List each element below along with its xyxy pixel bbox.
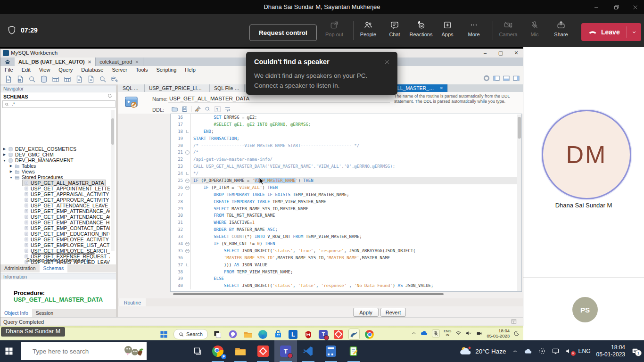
shared-taskbar-icon-l-app[interactable]: L: [288, 329, 298, 339]
menu-view[interactable]: View: [35, 67, 55, 73]
tab-routine[interactable]: Routine: [119, 298, 146, 306]
home-icon[interactable]: [4, 58, 11, 65]
search-data-icon[interactable]: [99, 75, 107, 83]
tree-vscrollbar[interactable]: [111, 110, 115, 251]
invisible-chars-icon[interactable]: ¶: [214, 106, 221, 113]
taskbar-search-box[interactable]: [21, 342, 147, 360]
onedrive-icon[interactable]: [524, 348, 533, 354]
notification-center-icon[interactable]: 1: [631, 347, 639, 355]
tree-item-usp_get_emp_attendance_activity[interactable]: USP_GET_EMP_ATTENDANCE_ACTIVITY: [0, 208, 110, 214]
preferences-icon[interactable]: [483, 74, 490, 82]
taskbar-icon-calculator[interactable]: [320, 340, 342, 362]
shared-taskbar-icon-edge[interactable]: [258, 329, 268, 339]
window-close-button[interactable]: [627, 0, 643, 14]
weather-widget[interactable]: 20°C Haze: [459, 346, 506, 356]
toast-close-icon[interactable]: [382, 57, 392, 66]
menu-scripting[interactable]: Scripting: [152, 67, 181, 73]
tree-item-usp_get_employee_list_activity[interactable]: USP_GET_EMPLOYEE_LIST_ACTIVITY: [0, 242, 110, 248]
teams-action-share[interactable]: Share: [549, 19, 573, 37]
task-view-button[interactable]: [186, 340, 209, 362]
menu-database[interactable]: Database: [77, 67, 107, 73]
menu-help[interactable]: Help: [181, 67, 200, 73]
host-taskbar-clock[interactable]: 18:0405-01-2023: [596, 344, 625, 358]
beautify-icon[interactable]: [194, 106, 201, 113]
find-icon[interactable]: [204, 106, 211, 113]
shared-taskbar-icon-chat-app[interactable]: [228, 329, 238, 339]
save-icon[interactable]: [181, 106, 188, 113]
shared-taskbar-clock[interactable]: 18:0405-01-2023: [487, 328, 510, 338]
tree-item-tables[interactable]: ▶Tables: [0, 163, 110, 169]
tree-item-usp_get_attendance_leave_settings_a[interactable]: USP_GET_ATTENDANCE_LEAVE_SETTINGS_A: [0, 203, 110, 208]
tab-object-info[interactable]: Object Info: [0, 309, 32, 317]
new-query-icon[interactable]: [4, 75, 13, 83]
tab-administration[interactable]: Administration: [0, 264, 40, 272]
network-display-icon[interactable]: [552, 347, 560, 355]
teams-action-apps[interactable]: Apps: [435, 19, 460, 37]
create-table-icon[interactable]: [51, 75, 60, 83]
tree-item-dev_hr_management[interactable]: ▼DEV_HR_MANAGEMENT: [0, 157, 110, 163]
tray-chevron-up-icon[interactable]: [512, 348, 518, 354]
apply-button[interactable]: Apply: [353, 308, 379, 317]
connection-tab[interactable]: colekaut_prod✕: [96, 58, 143, 66]
inspector-icon[interactable]: [28, 75, 36, 83]
shared-start-button[interactable]: [158, 329, 169, 339]
tree-item-views[interactable]: ▶Views: [0, 169, 110, 174]
taskbar-icon-notepad-plus[interactable]: [342, 340, 365, 362]
open-script-icon[interactable]: [16, 75, 25, 83]
create-function-icon[interactable]: [87, 75, 95, 83]
taskbar-icon-file-explorer[interactable]: [229, 340, 252, 362]
tree-item-usp_get_emp_attendance_activity_app[interactable]: USP_GET_EMP_ATTENDANCE_ACTIVITY_APP: [0, 214, 110, 220]
tray-camera-icon[interactable]: [476, 330, 483, 337]
word-wrap-icon[interactable]: [224, 106, 231, 113]
taskbar-icon-anydesk[interactable]: [252, 340, 274, 362]
sql-code-editor[interactable]: 16 SET ERRMSG = @E2;17 #SELECT @E1, @E2 …: [170, 114, 522, 292]
toggle-bottom-panel-icon[interactable]: [503, 74, 510, 82]
tree-hscrollbar[interactable]: [32, 253, 95, 255]
teams-action-people[interactable]: People: [356, 19, 380, 37]
shared-search-pill[interactable]: Search: [173, 329, 208, 339]
tray-mic-muted-icon[interactable]: [432, 329, 440, 337]
taskbar-icon-vscode[interactable]: [297, 340, 320, 362]
tab-schemas[interactable]: Schemas: [40, 264, 68, 272]
create-view-icon[interactable]: [63, 75, 72, 83]
editor-tab[interactable]: SQL File 10*: [210, 84, 245, 92]
editor-tab[interactable]: SQL File 9: [118, 84, 145, 92]
toggle-right-panel-icon[interactable]: [512, 74, 520, 82]
open-file-icon[interactable]: [171, 106, 178, 113]
menu-file[interactable]: File: [0, 67, 17, 73]
shared-taskbar-icon-mcafee[interactable]: [303, 329, 314, 339]
taskbar-icon-chrome[interactable]: P: [206, 340, 229, 362]
teams-action-more[interactable]: More: [462, 19, 486, 37]
wifi-icon[interactable]: [455, 330, 462, 337]
leave-options-chevron[interactable]: [627, 23, 641, 41]
speaker-muted-icon[interactable]: [465, 330, 472, 337]
menu-query[interactable]: Query: [54, 67, 77, 73]
participant-avatar-main[interactable]: DM: [542, 110, 631, 199]
participant-avatar-secondary[interactable]: PS: [572, 297, 598, 322]
shared-taskbar-icon-task-view[interactable]: [213, 329, 223, 339]
shared-taskbar-icon-file-explorer[interactable]: [243, 329, 253, 339]
tree-item-usp_get_employee_activity[interactable]: USP_GET_EMPLOYEE_ACTIVITY: [0, 237, 110, 242]
tree-item-dev_gmc_crm[interactable]: ▶DEV_GMC_CRM: [0, 152, 110, 157]
editor-tab[interactable]: USP_GET_PRICE_LIST_ACTIV...: [145, 84, 210, 92]
create-schema-icon[interactable]: [40, 75, 48, 83]
tab-session[interactable]: Session: [32, 309, 57, 317]
shared-taskbar-icon-mysql-workbench[interactable]: [348, 329, 360, 340]
shared-taskbar-icon-anydesk[interactable]: [333, 329, 344, 339]
menu-tools[interactable]: Tools: [132, 67, 152, 73]
shared-taskbar-icon-microsoft-store[interactable]: [273, 329, 283, 339]
tree-item-dev_excel_cosmetics[interactable]: ▶DEV_EXCEL_COSMETICS: [0, 146, 110, 152]
revert-button[interactable]: Revert: [380, 308, 406, 317]
menu-server[interactable]: Server: [107, 67, 131, 73]
tree-item-stored procedures[interactable]: ▼Stored Procedures: [0, 174, 110, 180]
create-procedure-icon[interactable]: [75, 75, 83, 83]
reconnect-icon[interactable]: [110, 75, 119, 83]
workbench-maximize-button[interactable]: ▢: [495, 50, 507, 56]
editor-hscrollbar[interactable]: [173, 293, 444, 295]
tree-item-usp_get_all_master_data[interactable]: USP_GET_ALL_MASTER_DATA: [0, 180, 110, 186]
shared-language-indicator[interactable]: ENGIN: [444, 329, 451, 337]
editor-vscrollbar[interactable]: [517, 115, 521, 291]
leave-button[interactable]: Leave: [581, 23, 627, 41]
onedrive-icon[interactable]: [421, 330, 428, 336]
tree-item-usp_get_emp_attendance_history_acti[interactable]: USP_GET_EMP_ATTENDANCE_HISTORY_ACTI: [0, 220, 110, 225]
